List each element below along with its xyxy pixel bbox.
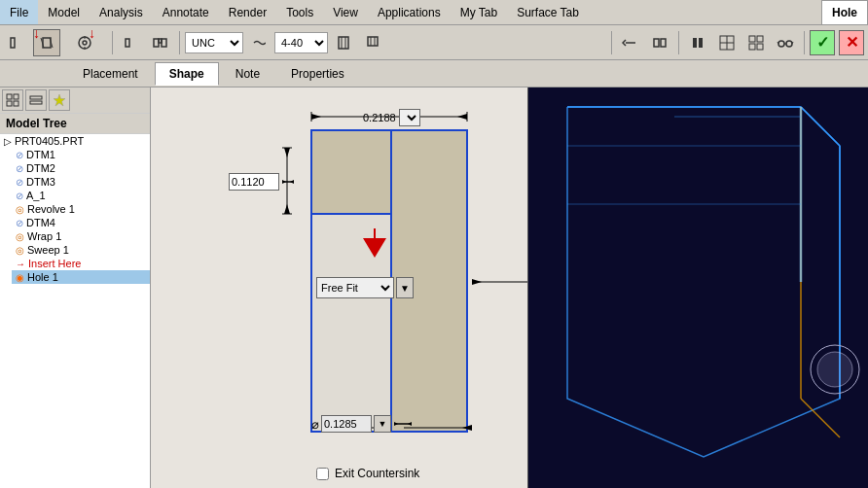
toolbar-right: ✓ ✕	[608, 29, 864, 56]
tree-btn-layers[interactable]	[25, 89, 47, 111]
toolbar-thread-icon[interactable]	[245, 29, 272, 56]
toolbar-btn-profile[interactable]	[147, 29, 174, 56]
tree-icon-dtm3: ⊘	[16, 177, 23, 188]
svg-rect-27	[757, 36, 763, 42]
tree-label-hole1: Hole 1	[27, 271, 58, 283]
tree-icon-dtm2: ⊘	[16, 163, 23, 174]
tree-item-dtm2[interactable]: ⊘ DTM2	[12, 161, 150, 175]
dim-top-value: 0.2188 ▼	[363, 109, 420, 126]
tree-item-wrap1[interactable]: ◎ Wrap 1	[12, 229, 150, 243]
svg-rect-70	[528, 87, 868, 488]
svg-marker-51	[284, 204, 290, 214]
3d-view-svg	[528, 87, 868, 488]
separator-1	[112, 31, 113, 54]
dim-top-dropdown[interactable]: ▼	[399, 109, 420, 126]
menu-applications[interactable]: Applications	[368, 0, 451, 24]
diameter-dropdown-btn[interactable]: ▼	[374, 415, 391, 433]
tab-note[interactable]: Note	[221, 62, 274, 86]
svg-rect-19	[654, 39, 659, 47]
tree-content: ▷ PRT0405.PRT ⊘ DTM1 ⊘ DTM2 ⊘ DTM3 ⊘ A_1	[0, 134, 150, 488]
svg-marker-69	[408, 422, 412, 426]
svg-marker-46	[457, 114, 467, 120]
left-panel: Model Tree ▷ PRT0405.PRT ⊘ DTM1 ⊘ DTM2 ⊘…	[0, 87, 151, 488]
menu-view[interactable]: View	[323, 0, 368, 24]
fit-dropdown-btn[interactable]: ▼	[396, 277, 414, 298]
separator-2	[179, 31, 180, 54]
svg-rect-38	[14, 101, 18, 106]
menu-tools[interactable]: Tools	[276, 0, 323, 24]
thread-type-select[interactable]: UNC	[185, 32, 243, 53]
center-panel: 0.2188 ▼ Free Fit Close Fit Medium Fit ▼…	[151, 87, 527, 488]
accept-button[interactable]: ✓	[810, 30, 835, 55]
svg-rect-40	[30, 101, 42, 104]
thread-size-select[interactable]: 4-40	[274, 32, 328, 53]
svg-rect-0	[11, 38, 15, 48]
toolbar-align[interactable]	[646, 29, 673, 56]
tree-label-dtm4: DTM4	[26, 217, 55, 228]
svg-point-5	[83, 41, 87, 45]
tree-item-dtm3[interactable]: ⊘ DTM3	[12, 175, 150, 189]
separator-4	[678, 31, 679, 54]
tree-btn-star[interactable]	[49, 89, 70, 111]
tree-item-hole1[interactable]: ◉ Hole 1	[12, 270, 150, 284]
toolbar-depth-thru[interactable]	[330, 29, 357, 56]
fit-type-select[interactable]: Free Fit Close Fit Medium Fit	[316, 277, 394, 298]
menu-surfacetab[interactable]: Surface Tab	[507, 0, 589, 24]
tree-item-sweep1[interactable]: ◎ Sweep 1	[12, 243, 150, 257]
tree-label-a1: A_1	[26, 190, 46, 201]
tree-item-dtm4[interactable]: ⊘ DTM4	[12, 216, 150, 229]
exit-countersink-checkbox[interactable]	[316, 468, 329, 480]
svg-rect-11	[162, 39, 166, 47]
menu-render[interactable]: Render	[219, 0, 276, 24]
tree-item-dtm1[interactable]: ⊘ DTM1	[12, 148, 150, 161]
tree-label-revolve1: Revolve 1	[27, 203, 75, 215]
exit-countersink-wrapper: Exit Countersink	[316, 467, 419, 480]
tree-item-revolve1[interactable]: ◎ Revolve 1	[12, 202, 150, 216]
toolbar-view2[interactable]	[742, 29, 770, 56]
tree-icon-insert: →	[16, 259, 25, 269]
toolbar-depth-blind[interactable]	[359, 29, 386, 56]
red-arrow-1: ↓	[33, 25, 40, 41]
reject-button[interactable]: ✕	[839, 30, 864, 55]
menu-hole[interactable]: Hole	[821, 0, 868, 24]
svg-rect-22	[699, 38, 703, 48]
svg-marker-68	[394, 422, 398, 426]
tab-shape[interactable]: Shape	[155, 62, 219, 86]
dim-left-input[interactable]	[229, 173, 279, 191]
fit-dropdown-wrapper: Free Fit Close Fit Medium Fit ▼	[316, 277, 414, 298]
menu-file[interactable]: File	[0, 0, 38, 24]
tree-btn-grid[interactable]	[2, 89, 23, 111]
menu-mytab[interactable]: My Tab	[451, 0, 507, 24]
tree-item-insert[interactable]: → Insert Here	[12, 257, 150, 270]
toolbar-btn-straight2[interactable]	[118, 29, 145, 56]
tab-properties[interactable]: Properties	[276, 62, 359, 86]
red-arrow-2: ↓	[89, 25, 95, 41]
menu-annotate[interactable]: Annotate	[153, 0, 219, 24]
tree-label-wrap1: Wrap 1	[27, 230, 61, 242]
tree-label-prt: PRT0405.PRT	[15, 135, 84, 147]
right-panel	[527, 87, 868, 488]
svg-marker-1	[43, 38, 51, 48]
tree-label-insert: Insert Here	[28, 258, 81, 269]
toolbar-flip[interactable]	[617, 29, 644, 56]
toolbar-thread-straight[interactable]	[4, 29, 31, 56]
tree-item-prt[interactable]: ▷ PRT0405.PRT	[0, 134, 150, 148]
toolbar-view1[interactable]	[713, 29, 741, 56]
toolbar: ↓ ↓ UNC 4-40	[0, 25, 868, 60]
svg-marker-59	[472, 279, 482, 285]
toolbar-pause[interactable]	[684, 29, 711, 56]
menu-analysis[interactable]: Analysis	[90, 0, 153, 24]
menu-model[interactable]: Model	[38, 0, 90, 24]
tree-icon-sweep1: ◎	[16, 245, 24, 256]
svg-point-77	[817, 352, 852, 387]
svg-marker-41	[54, 94, 65, 106]
diameter-input[interactable]	[321, 415, 372, 433]
tab-placement[interactable]: Placement	[68, 62, 153, 86]
menubar-spacer	[589, 0, 819, 24]
svg-rect-35	[7, 94, 12, 99]
tree-item-a1[interactable]: ⊘ A_1	[12, 189, 150, 202]
separator-3	[611, 31, 612, 54]
svg-rect-36	[14, 94, 18, 99]
toolbar-glasses[interactable]	[772, 29, 799, 56]
svg-rect-28	[749, 44, 755, 50]
